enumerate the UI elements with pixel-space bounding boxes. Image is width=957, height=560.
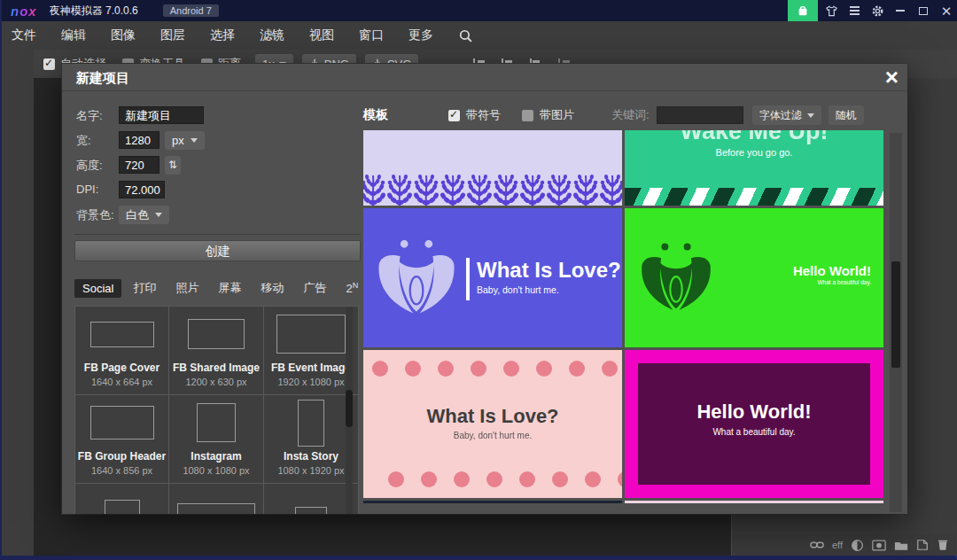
with-symbols-checkbox[interactable]	[448, 110, 460, 121]
size-card-partial[interactable]	[264, 484, 359, 514]
templates-scroll-thumb[interactable]	[891, 261, 900, 368]
tab-social[interactable]: Social	[74, 279, 121, 298]
menu-item-filter[interactable]: 滤镜	[247, 21, 297, 50]
fern-leaves-graphic	[363, 175, 622, 206]
tab-print[interactable]: 打印	[125, 277, 164, 299]
menu-item-select[interactable]: 选择	[198, 21, 247, 50]
random-label: 随机	[836, 108, 857, 123]
template-card-what-is-love-blue[interactable]: What Is Love? Baby, don't hurt me.	[363, 208, 622, 347]
tulip-flower-icon	[376, 237, 457, 318]
gear-icon	[871, 4, 884, 18]
size-card-fb-group-header[interactable]: FB Group Header 1640 x 856 px	[74, 395, 169, 484]
effects-button[interactable]: eff	[832, 540, 843, 550]
name-input[interactable]: 新建项目	[119, 106, 204, 124]
auto-select-checkbox[interactable]	[43, 58, 55, 70]
width-input[interactable]: 1280	[119, 131, 160, 149]
diagonal-stripes-graphic	[625, 188, 883, 206]
size-card-fb-shared-image[interactable]: FB Shared Image 1200 x 630 px	[169, 307, 264, 395]
dialog-close-button[interactable]: ×	[885, 64, 899, 90]
maximize-button[interactable]	[914, 1, 933, 20]
template-card-hello-world-magenta[interactable]: Hello World! What a beautiful day.	[625, 350, 883, 498]
size-dims: 1640 x 664 px	[91, 377, 152, 387]
size-dims: 1200 x 630 px	[185, 377, 246, 387]
dpi-label: DPI:	[76, 183, 98, 196]
keyword-input[interactable]	[657, 106, 743, 124]
menu-button[interactable]	[844, 1, 864, 20]
mask-icon[interactable]	[872, 540, 886, 551]
dots-row	[388, 471, 622, 487]
size-template-grid: FB Page Cover 1640 x 664 px FB Shared Im…	[74, 306, 360, 514]
menu-item-view[interactable]: 视图	[297, 21, 346, 50]
font-filter-dropdown[interactable]: 字体过滤	[752, 105, 821, 125]
template-card-wake-me-up[interactable]: Wake Me Up! Before you go go.	[625, 130, 883, 206]
menu-item-image[interactable]: 图像	[98, 21, 148, 50]
template-subtitle: Baby, don't hurt me.	[363, 431, 622, 440]
adjustment-icon[interactable]	[851, 539, 864, 552]
size-card-partial[interactable]	[74, 484, 169, 514]
template-card-leaves[interactable]	[363, 130, 622, 206]
chevron-down-icon	[807, 113, 814, 118]
bg-color-label: 背景色:	[76, 207, 114, 223]
keyword-label: 关键词:	[611, 107, 650, 123]
tab-ads[interactable]: 广告	[295, 277, 334, 299]
title-bar: nox 夜神模拟器 7.0.0.6 Android 7	[2, 0, 957, 21]
height-input[interactable]: 720	[119, 156, 160, 174]
size-name: FB Page Cover	[84, 362, 160, 374]
dialog-title: 新建项目	[76, 70, 129, 87]
folder-icon[interactable]	[894, 540, 908, 551]
template-title: Wake Me Up!	[625, 130, 883, 145]
template-subtitle: Baby, don't hurt me.	[477, 284, 621, 295]
menu-item-layer[interactable]: 图层	[148, 21, 198, 50]
template-card-what-is-love-pink[interactable]: What Is Love? Baby, don't hurt me.	[363, 350, 622, 498]
tool-sidebar	[2, 50, 34, 556]
tab-2n[interactable]: 2N	[338, 278, 366, 298]
size-preview-rect	[276, 315, 346, 354]
size-grid-scroll-thumb[interactable]	[346, 390, 353, 427]
template-title: What Is Love?	[363, 405, 622, 428]
size-name: FB Event Image	[271, 362, 351, 374]
menu-item-more[interactable]: 更多	[396, 21, 446, 50]
chevron-down-icon	[155, 213, 162, 217]
font-filter-label: 字体过滤	[759, 108, 802, 123]
tab-photo[interactable]: 照片	[167, 277, 206, 299]
bg-color-dropdown[interactable]: 白色	[119, 206, 169, 224]
dpi-input[interactable]: 72.000	[119, 181, 165, 198]
size-preview-rect	[188, 319, 245, 349]
menu-item-file[interactable]: 文件	[2, 21, 49, 50]
random-button[interactable]: 随机	[829, 105, 864, 125]
with-images-checkbox[interactable]	[522, 110, 533, 121]
accent-bar	[466, 258, 470, 300]
nox-logo: nox	[11, 4, 37, 19]
new-layer-icon[interactable]	[916, 539, 929, 551]
size-card-instagram[interactable]: Instagram 1080 x 1080 px	[169, 395, 264, 484]
skin-button[interactable]	[821, 1, 841, 20]
size-card-fb-event-image[interactable]: FB Event Image 1920 x 1080 px	[264, 307, 359, 395]
with-images-label: 带图片	[540, 107, 574, 123]
link-icon[interactable]	[810, 540, 824, 550]
unit-dropdown[interactable]: px	[165, 131, 205, 150]
category-tabs: Social 打印 照片 屏幕 移动 广告 2N	[74, 277, 366, 299]
minimize-button[interactable]	[891, 1, 910, 20]
size-dims: 1080 x 1920 px	[277, 465, 344, 476]
tab-mobile[interactable]: 移动	[253, 277, 292, 299]
menu-item-edit[interactable]: 编辑	[49, 21, 98, 50]
template-preview-grid: Wake Me Up! Before you go go.	[363, 130, 883, 503]
template-card-partial[interactable]	[625, 501, 883, 503]
template-card-hello-world-green[interactable]: Hello World! What a beautiful day.	[625, 208, 883, 347]
close-window-button[interactable]: ✕	[937, 1, 956, 20]
app-store-button[interactable]	[788, 0, 818, 21]
settings-button[interactable]	[868, 1, 887, 20]
tab-screen[interactable]: 屏幕	[210, 277, 249, 299]
dots-row	[372, 361, 618, 377]
chevron-down-icon	[191, 138, 198, 143]
size-card-fb-page-cover[interactable]: FB Page Cover 1640 x 664 px	[74, 307, 169, 395]
size-preview-rect	[90, 322, 154, 347]
template-card-partial[interactable]	[363, 501, 622, 503]
menu-item-window[interactable]: 窗口	[346, 21, 396, 50]
create-button[interactable]: 创建	[74, 240, 361, 261]
size-card-partial[interactable]	[169, 484, 264, 514]
swap-dimensions-button[interactable]: ⇅	[165, 156, 181, 175]
menu-search-button[interactable]	[446, 21, 486, 50]
trash-icon[interactable]	[937, 539, 949, 551]
size-card-insta-story[interactable]: Insta Story 1080 x 1920 px	[264, 395, 359, 484]
